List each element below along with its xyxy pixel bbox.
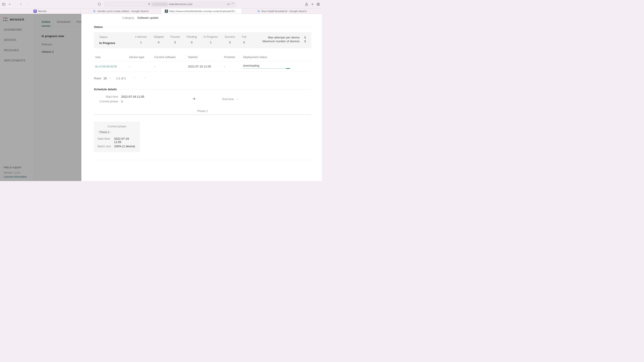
status-value: In Progress <box>99 41 126 45</box>
current-phase-value: 1 <box>121 100 123 103</box>
th-deployment-status[interactable]: Deployment status <box>242 53 311 61</box>
tab-overview-icon[interactable] <box>316 2 320 6</box>
th-started[interactable]: Started <box>187 53 223 61</box>
phase-card-title: Current phase <box>98 125 136 128</box>
deployment-panel: Category Software update Status Status I… <box>82 14 322 181</box>
col-value: 1 <box>135 41 147 44</box>
card-start-value: 2022-07-19 11:05 <box>114 137 136 144</box>
chevron-down-icon[interactable] <box>8 2 12 6</box>
col-value: 1 <box>204 41 218 44</box>
start-time-value: 2022-07-19 11:05 <box>121 95 144 98</box>
brand-text: MENDER <box>10 18 24 21</box>
chevron-down-icon[interactable] <box>109 77 111 79</box>
svg-rect-1 <box>148 4 150 5</box>
col-header: Skipped <box>154 35 164 38</box>
phase-badge: Phase 1 <box>98 130 111 134</box>
card-batch-value: 100% (1 device) <box>114 145 135 148</box>
rows-value[interactable]: 10 <box>104 77 107 80</box>
sidebar: MENDER DASHBOARD DEVICES RELEASES DEPLOY… <box>0 14 34 181</box>
svg-rect-0 <box>2 3 5 5</box>
th-current-software[interactable]: Current software <box>153 53 186 61</box>
favicon-icon: B <box>34 9 37 13</box>
col-value: 0 <box>154 41 164 44</box>
browser-tab-1[interactable]: G mender yocto create artifact - Google … <box>80 8 161 14</box>
cell-type: - <box>128 61 153 72</box>
cell-finished: - <box>222 61 242 72</box>
cell-status: downloading <box>242 61 311 72</box>
current-phase-label: Current phase <box>94 100 118 103</box>
help-support-link[interactable]: Help & support <box>4 166 30 169</box>
col-value: 0 <box>186 41 197 44</box>
browser-tab-3[interactable]: G linux install timedatectl - Google Sea… <box>242 8 322 14</box>
card-start-label: Start time <box>98 137 112 144</box>
back-button[interactable] <box>18 2 23 6</box>
tab-label: https://www.embeddedartists.com/wp-conte… <box>169 10 238 12</box>
phase-card: Current phase Phase 1 Start time2022-07-… <box>94 122 140 152</box>
status-columns: # devices1 Skipped0 Paused0 Pending0 In … <box>135 35 246 44</box>
th-mac[interactable]: mac <box>94 53 128 61</box>
panel-divider <box>94 160 311 160</box>
license-link[interactable]: License information <box>4 175 30 178</box>
address-bar[interactable]: ▒▒▒▒▒▒▒▒ interelectronix.com ᴀA <box>104 1 236 7</box>
status-summary: Status In Progress # devices1 Skipped0 P… <box>94 32 311 48</box>
max-devices-label: Maximum number of devices <box>262 39 300 43</box>
sidebar-toggle-icon[interactable] <box>2 2 6 6</box>
svg-rect-6 <box>318 4 319 5</box>
favicon-icon: G <box>93 9 96 13</box>
col-header: Fail <box>242 35 246 38</box>
forward-button[interactable] <box>25 2 30 6</box>
tab-label: Mender <box>38 10 47 12</box>
favicon-icon: E <box>165 9 168 13</box>
tab-scheduled[interactable]: Scheduled <box>56 20 70 26</box>
end-time-value: - <box>237 97 238 101</box>
translate-icon[interactable]: ᴀA <box>227 3 230 5</box>
tab-active[interactable]: Active <box>42 20 50 26</box>
rows-label: Rows <box>94 77 101 80</box>
pager-next[interactable] <box>142 76 148 81</box>
svg-rect-5 <box>317 4 318 5</box>
category-label: Category <box>94 16 134 19</box>
col-header: Success <box>224 35 235 38</box>
phase-timeline-label: Phase 1 <box>197 109 208 113</box>
browser-toolbar: ▒▒▒▒▒▒▒▒ interelectronix.com ᴀA <box>0 0 322 8</box>
th-device-type[interactable]: Device type <box>128 53 153 61</box>
share-icon[interactable] <box>304 2 308 6</box>
status-heading: Status <box>94 25 103 28</box>
col-header: In Progress <box>204 35 218 38</box>
sidebar-item-releases[interactable]: RELEASES <box>0 45 34 55</box>
reload-icon[interactable] <box>231 3 234 5</box>
status-label: Status <box>99 35 126 39</box>
card-batch-label: Batch size <box>98 145 112 148</box>
pager: Rows 10 1-1 of 1 <box>94 76 311 81</box>
sidebar-item-devices[interactable]: DEVICES <box>0 35 34 45</box>
new-tab-icon[interactable] <box>310 2 314 6</box>
pager-prev[interactable] <box>131 76 137 81</box>
th-finished[interactable]: Finished <box>222 53 242 61</box>
browser-tab-0[interactable]: B Mender <box>0 8 80 14</box>
shield-icon[interactable] <box>97 2 101 6</box>
max-devices-value: 1 <box>303 39 306 43</box>
svg-rect-4 <box>318 3 319 4</box>
arrow-right-icon <box>192 97 196 101</box>
browser-tab-2[interactable]: E https://www.embeddedartists.com/wp-con… <box>161 8 242 14</box>
lock-icon <box>148 2 150 6</box>
phase-timeline: Phase 1 <box>94 114 311 115</box>
url-text: interelectronix.com <box>169 3 192 6</box>
mender-logo-icon <box>3 17 8 21</box>
brand: MENDER <box>0 16 34 24</box>
sidebar-item-deployments[interactable]: DEPLOYMENTS <box>0 55 34 66</box>
cell-started: 2022-07-19 11:05 <box>187 61 223 72</box>
max-attempts-value: 1 <box>303 36 306 39</box>
cell-mac[interactable]: 6c:cf:39:00:00:f6 <box>94 61 128 72</box>
sidebar-item-dashboard[interactable]: DASHBOARD <box>0 24 34 35</box>
col-value: 0 <box>170 41 180 44</box>
cell-cur: - <box>153 61 186 72</box>
version-text: Version: 3.3.0 <box>4 171 30 174</box>
tab-label: mender yocto create artifact - Google Se… <box>97 10 148 12</box>
url-blurred-segment: ▒▒▒▒▒▒▒▒ <box>152 3 168 6</box>
cell-status-text: downloading <box>243 64 260 67</box>
table-row[interactable]: 6c:cf:39:00:00:f6 - - 2022-07-19 11:05 -… <box>94 61 311 72</box>
svg-rect-3 <box>317 3 318 4</box>
devices-table: mac Device type Current software Started… <box>94 53 311 72</box>
col-value: 0 <box>224 41 235 44</box>
